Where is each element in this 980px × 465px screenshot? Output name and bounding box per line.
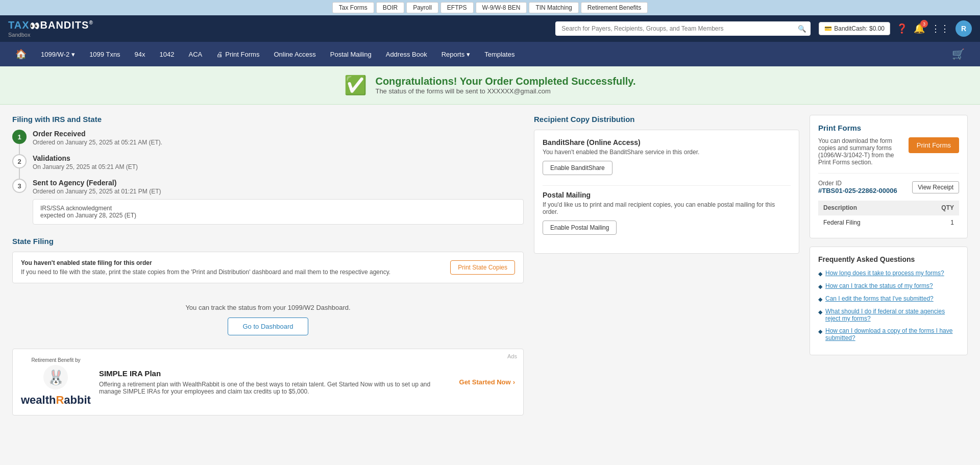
step-2-connector	[19, 168, 20, 179]
logo-tax: TAX	[8, 19, 30, 31]
nav-reports[interactable]: Reports ▾	[434, 44, 478, 64]
faq-diamond-3: ◆	[818, 296, 822, 303]
nav-1099txns[interactable]: 1099 Txns	[82, 44, 127, 64]
nav-cart[interactable]: 🛒	[945, 42, 972, 66]
bandit-cash-button[interactable]: 💳 BanditCash: $0.00	[819, 22, 890, 35]
step-2-subtitle: On January 25, 2025 at 05:21 AM (ET)	[33, 163, 524, 170]
notification-badge: 3	[920, 20, 928, 28]
step-3-circle: 3	[12, 179, 27, 193]
go-to-dashboard-button[interactable]: Go to Dashboard	[228, 317, 308, 335]
top-nav-boir[interactable]: BOIR	[376, 2, 404, 13]
state-filing-title: State Filing	[12, 237, 524, 246]
ads-cta-button[interactable]: Get Started Now›	[459, 378, 515, 386]
step-2-circle: 2	[12, 154, 27, 168]
dashboard-section: You can track the status from your 1099/…	[12, 293, 524, 340]
faq-diamond-4: ◆	[818, 309, 822, 315]
ads-text-area: SIMPLE IRA Plan Offering a retirement pl…	[99, 369, 451, 395]
header: TAX👀BANDITS® Sandbox 🔍 💳 BanditCash: $0.…	[0, 15, 980, 42]
faq-link-4[interactable]: What should I do if federal or state age…	[825, 308, 959, 322]
faq-title: Frequently Asked Questions	[818, 255, 959, 263]
enable-bandit-share-button[interactable]: Enable BanditShare	[543, 161, 612, 175]
top-nav-tin[interactable]: TIN Matching	[529, 2, 578, 13]
faq-section: Frequently Asked Questions ◆ How long do…	[810, 247, 968, 355]
main-content: Filing with IRS and State 1 Order Receiv…	[0, 105, 980, 426]
filing-title: Filing with IRS and State	[12, 115, 524, 124]
ads-headline: SIMPLE IRA Plan	[99, 369, 451, 378]
order-row-description: Federal Filing	[818, 215, 913, 230]
avatar-button[interactable]: R	[955, 20, 972, 37]
right-column: Print Forms You can download the form co…	[810, 115, 968, 415]
nav-94x[interactable]: 94x	[128, 44, 153, 64]
notifications-button[interactable]: 🔔 3	[914, 23, 925, 34]
logo-sandbox: Sandbox	[8, 32, 30, 38]
faq-link-2[interactable]: How can I track the status of my forms?	[825, 282, 933, 289]
recipient-copy-section: Recipient Copy Distribution BanditShare …	[534, 115, 799, 254]
faq-item-2: ◆ How can I track the status of my forms…	[818, 282, 959, 290]
step-1-title: Order Received	[33, 130, 524, 138]
ads-body: Offering a retirement plan with WealthRa…	[99, 381, 451, 395]
nav-print-forms[interactable]: 🖨 Print Forms	[209, 44, 266, 64]
enable-postal-mailing-button[interactable]: Enable Postal Mailing	[543, 221, 617, 235]
postal-mailing-desc: If you'd like us to print and mail recip…	[543, 201, 791, 215]
step-3-content: Sent to Agency (Federal) Ordered on Janu…	[33, 179, 524, 225]
logo: TAX👀BANDITS® Sandbox	[8, 19, 93, 38]
top-nav-eftps[interactable]: EFTPS	[440, 2, 474, 13]
ads-logo-area: Retirement Benefit by 🐰 wealthRabbit	[21, 357, 91, 407]
faq-item-5: ◆ How can I download a copy of the forms…	[818, 327, 959, 341]
order-table-header-description: Description	[818, 201, 913, 215]
nav-online-access[interactable]: Online Access	[266, 44, 323, 64]
step-1-content: Order Received Ordered on January 25, 20…	[33, 130, 524, 146]
help-button[interactable]: ❓	[896, 23, 908, 34]
print-forms-button[interactable]: Print Forms	[909, 137, 959, 153]
logo-reg: ®	[89, 20, 93, 26]
faq-link-3[interactable]: Can I edit the forms that I've submitted…	[825, 295, 934, 302]
search-input[interactable]	[555, 21, 811, 36]
faq-link-1[interactable]: How long does it take to process my form…	[825, 270, 944, 277]
ads-section: Ads Retirement Benefit by 🐰 wealthRabbit…	[12, 349, 524, 415]
nav-1042[interactable]: 1042	[153, 44, 182, 64]
success-text: Congratulations! Your Order Completed Su…	[375, 76, 635, 95]
print-forms-description: You can download the form copies and sum…	[818, 137, 902, 166]
step-3-info-line1: IRS/SSA acknowledgment	[40, 205, 516, 212]
top-nav-tax-forms[interactable]: Tax Forms	[332, 2, 374, 13]
step-3-subtitle: Ordered on January 25, 2025 at 01:21 PM …	[33, 188, 524, 195]
step-2-title: Validations	[33, 154, 524, 162]
state-filing-note: If you need to file with the state, prin…	[21, 268, 390, 276]
step-2-content: Validations On January 25, 2025 at 05:21…	[33, 154, 524, 170]
grid-icon[interactable]: ⋮⋮	[931, 23, 949, 34]
order-info: Order ID #TBS01-025-22862-00006 View Rec…	[818, 173, 959, 230]
order-id-row: Order ID #TBS01-025-22862-00006 View Rec…	[818, 180, 959, 194]
middle-column: Recipient Copy Distribution BanditShare …	[534, 115, 799, 415]
success-title: Congratulations! Your Order Completed Su…	[375, 76, 635, 87]
success-banner: ✅ Congratulations! Your Order Completed …	[0, 66, 980, 105]
print-state-copies-button[interactable]: Print State Copies	[450, 260, 515, 275]
top-nav-w9[interactable]: W-9/W-8 BEN	[476, 2, 527, 13]
state-filing-text: You haven't enabled state filing for thi…	[21, 259, 390, 276]
top-nav-payroll[interactable]: Payroll	[406, 2, 438, 13]
nav-templates[interactable]: Templates	[477, 44, 522, 64]
nav-postal-mailing[interactable]: Postal Mailing	[323, 44, 379, 64]
faq-link-5[interactable]: How can I download a copy of the forms I…	[825, 327, 959, 341]
bandit-share-item: BanditShare (Online Access) You haven't …	[543, 138, 791, 175]
search-button[interactable]: 🔍	[798, 25, 806, 33]
filing-section: Filing with IRS and State 1 Order Receiv…	[12, 115, 524, 225]
ads-cta-arrow: ›	[513, 378, 515, 386]
track-text: You can track the status from your 1099/…	[12, 304, 524, 311]
success-subtitle: The status of the forms will be sent to …	[375, 87, 635, 95]
view-receipt-button[interactable]: View Receipt	[912, 181, 959, 193]
faq-diamond-5: ◆	[818, 328, 822, 335]
search-container: 🔍	[555, 21, 811, 36]
top-nav-retirement[interactable]: Retirement Benefits	[581, 2, 648, 13]
nav-home[interactable]: 🏠	[8, 42, 34, 66]
nav-1099-w2[interactable]: 1099/W-2 ▾	[34, 44, 82, 64]
step-1-subtitle: Ordered on January 25, 2025 at 05:21 AM …	[33, 139, 524, 146]
nav-address-book[interactable]: Address Book	[379, 44, 434, 64]
wealth-rabbit-mascot: 🐰	[43, 365, 68, 389]
print-forms-header: You can download the form copies and sum…	[818, 137, 959, 166]
bandit-share-desc: You haven't enabled the BanditShare serv…	[543, 149, 791, 156]
step-3: 3 Sent to Agency (Federal) Ordered on Ja…	[12, 179, 524, 225]
printer-icon: 🖨	[216, 51, 223, 58]
nav-aca[interactable]: ACA	[182, 44, 210, 64]
print-forms-section: Print Forms You can download the form co…	[810, 115, 968, 238]
step-1-circle: 1	[12, 130, 27, 144]
